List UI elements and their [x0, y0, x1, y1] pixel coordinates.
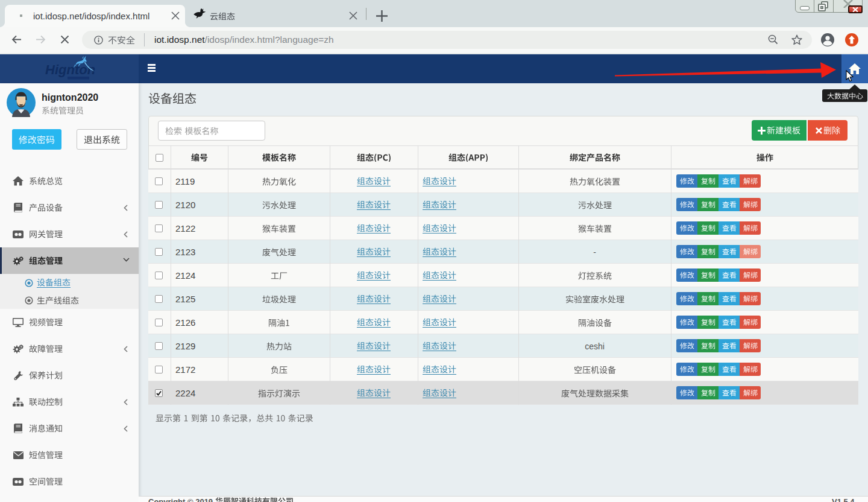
svg-text:Hignton: Hignton — [45, 62, 95, 77]
